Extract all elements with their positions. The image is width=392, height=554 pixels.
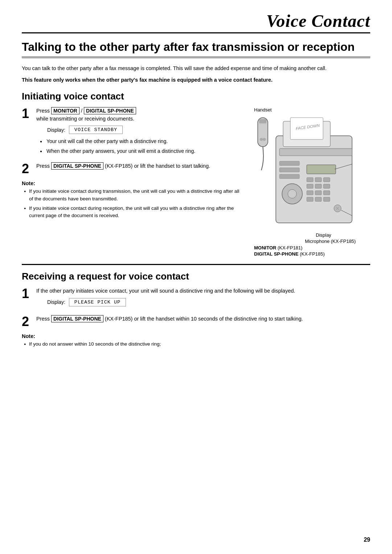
receiving-step2-button: DIGITAL SP-PHONE: [51, 315, 103, 322]
step1-content: Press MONITOR / DIGITAL SP-PHONE while t…: [36, 107, 243, 158]
page-title: Voice Contact: [266, 11, 370, 30]
monitor-button-label: MONITOR: [51, 107, 79, 114]
initiating-step2: 2 Press DIGITAL SP-PHONE (KX-FP185) or l…: [22, 162, 243, 175]
svg-rect-11: [323, 178, 330, 182]
main-heading: Talking to the other party after fax tra…: [22, 40, 370, 58]
receiving-step1: 1 If the other party initiates voice con…: [22, 287, 370, 310]
step1-bullet-2: When the other party answers, your unit …: [40, 147, 243, 155]
diagram-monitor-label: MONITOR (KX-FP181): [254, 245, 359, 250]
svg-rect-24: [279, 168, 299, 172]
fax-machine-svg: FACE DOWN: [254, 114, 359, 230]
svg-point-3: [263, 138, 266, 141]
receiving-step1-number: 1: [22, 287, 32, 300]
step1-display-label: Display:: [47, 127, 65, 133]
initiating-two-col: 1 Press MONITOR / DIGITAL SP-PHONE while…: [22, 107, 370, 257]
step1-text: Press MONITOR / DIGITAL SP-PHONE while t…: [36, 107, 243, 123]
receiving-step1-content: If the other party initiates voice conta…: [36, 287, 370, 310]
receiving-step2-number: 2: [22, 315, 32, 328]
receiving-step1-text: If the other party initiates voice conta…: [36, 287, 370, 295]
fax-diagram-labels: Display Microphone (KX-FP185) MONITOR (K…: [254, 232, 359, 257]
svg-rect-17: [323, 191, 330, 195]
initiating-left-col: 1 Press MONITOR / DIGITAL SP-PHONE while…: [22, 107, 243, 257]
receiving-display-label: Display:: [47, 299, 65, 305]
receiving-section-heading: Receiving a request for voice contact: [22, 271, 370, 282]
page: Voice Contact Talking to the other party…: [0, 0, 392, 554]
diagram-mic-label: Microphone (KX-FP185): [305, 239, 359, 244]
receiving-note: Note: If you do not answer within 10 sec…: [22, 333, 370, 348]
step2-button-label: DIGITAL SP-PHONE: [51, 162, 103, 170]
intro-bold-note: This feature only works when the other p…: [22, 76, 370, 84]
diagram-display-label: Display: [316, 232, 331, 238]
svg-rect-25: [279, 174, 299, 179]
receiving-note-title: Note:: [22, 333, 370, 339]
step2-text: Press DIGITAL SP-PHONE (KX-FP185) or lif…: [36, 162, 243, 170]
svg-rect-1: [259, 119, 266, 123]
initiating-note-1: If you initiate voice contact during tra…: [24, 188, 243, 203]
svg-rect-26: [279, 148, 352, 156]
svg-rect-16: [315, 191, 322, 195]
display-label-row: Display: [254, 232, 359, 238]
svg-rect-15: [307, 191, 313, 195]
svg-rect-12: [307, 184, 313, 188]
step2-number: 2: [22, 162, 32, 175]
intro-paragraph: You can talk to the other party after a …: [22, 65, 370, 73]
section-divider: [22, 264, 370, 265]
initiating-note-2: If you initiate voice contact during rec…: [24, 205, 243, 220]
svg-point-2: [260, 138, 263, 141]
diagram-digital-sp-label: DIGITAL SP-PHONE (KX-FP185): [254, 251, 359, 257]
svg-rect-9: [307, 178, 313, 182]
page-header: Voice Contact: [22, 11, 370, 33]
initiating-note-list: If you initiate voice contact during tra…: [24, 188, 243, 219]
receiving-step2-text: Press DIGITAL SP-PHONE (KX-FP185) or lif…: [36, 315, 370, 323]
svg-rect-8: [307, 165, 336, 174]
svg-rect-14: [323, 184, 330, 188]
initiating-note: Note: If you initiate voice contact duri…: [22, 180, 243, 219]
initiating-step1: 1 Press MONITOR / DIGITAL SP-PHONE while…: [22, 107, 243, 158]
svg-rect-19: [315, 197, 322, 201]
initiating-section-heading: Initiating voice contact: [22, 91, 370, 102]
receiving-note-1: If you do not answer within 10 seconds o…: [24, 341, 370, 348]
digital-sp-phone-button-label: DIGITAL SP-PHONE: [84, 107, 136, 114]
initiating-note-title: Note:: [22, 180, 243, 186]
svg-point-22: [288, 190, 297, 198]
svg-rect-23: [279, 161, 299, 166]
svg-rect-13: [315, 184, 322, 188]
svg-rect-10: [315, 178, 322, 182]
step1-number: 1: [22, 107, 32, 120]
receiving-step2: 2 Press DIGITAL SP-PHONE (KX-FP185) or l…: [22, 315, 370, 328]
step1-bullets: Your unit will call the other party with…: [40, 138, 243, 155]
page-number: 29: [364, 537, 370, 543]
svg-rect-20: [323, 197, 330, 201]
step1-display-row: Display: VOICE STANDBY: [47, 126, 243, 134]
svg-rect-18: [307, 197, 313, 201]
handset-label: Handset: [254, 107, 359, 113]
fax-illustration-wrap: Handset: [254, 107, 359, 257]
step2-content: Press DIGITAL SP-PHONE (KX-FP185) or lif…: [36, 162, 243, 172]
receiving-display-value: PLEASE PICK UP: [69, 298, 126, 306]
step1-display-value: VOICE STANDBY: [69, 126, 123, 134]
step1-bullet-1: Your unit will call the other party with…: [40, 138, 243, 145]
fax-diagram-col: Handset: [254, 107, 370, 257]
receiving-step2-content: Press DIGITAL SP-PHONE (KX-FP185) or lif…: [36, 315, 370, 325]
receiving-note-list: If you do not answer within 10 seconds o…: [24, 341, 370, 348]
receiving-step1-display-row: Display: PLEASE PICK UP: [47, 298, 370, 306]
